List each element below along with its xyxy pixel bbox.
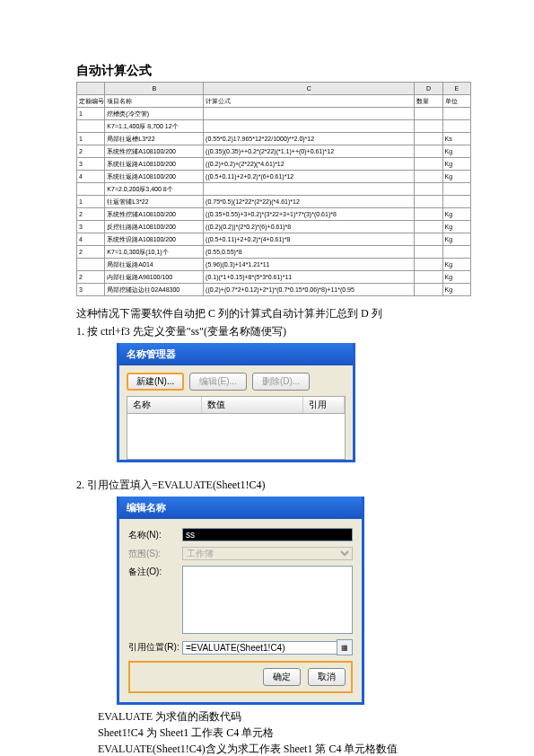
cell [415, 133, 442, 145]
cell: ((0.2)+0.2)+(2*22)(*4.61)*12 [204, 158, 415, 171]
cell: ((0.35)(0.35)++0.2*(2*22)(*1.1)++(0)+0.6… [204, 145, 415, 158]
name-input[interactable] [182, 528, 353, 541]
cell: 2 [77, 246, 105, 259]
column-letters-row: B C D E [77, 83, 471, 95]
col-e: E [442, 83, 470, 95]
cell: Kg [442, 284, 470, 296]
cell [415, 284, 442, 296]
ref-label: 引用位置(R): [128, 641, 182, 654]
cell [415, 108, 442, 120]
cell [442, 120, 470, 133]
comment-label: 备注(O): [128, 566, 182, 578]
table-row: 1往返管辅L3*22(0.75*0.5)(12*22*(2*22)(*4.61)… [77, 196, 471, 208]
cell: K7=1.0,300厚(10,1)个 [105, 246, 204, 259]
table-row: 3系统往返路A108100/200((0.2)+0.2)+(2*22)(*4.6… [77, 158, 471, 171]
cell: (0.75*0.5)(12*22*(2*22)(*4.61)*12 [204, 196, 415, 208]
cell [415, 246, 442, 259]
description: 这种情况下需要软件自动把 C 列的计算式自动计算并汇总到 D 列 [76, 305, 458, 321]
cell: 系统往返路A108100/200 [105, 171, 204, 183]
cancel-button[interactable]: 取消 [308, 668, 346, 686]
cell: Kg [442, 233, 470, 246]
cell: 内部往返路A98100/100 [105, 271, 204, 284]
ref-picker-icon[interactable]: ▦ [337, 639, 353, 655]
header-row: 定额编号 项目名称 计算公式 数量 单位 [77, 95, 471, 108]
table-row: 局部往返路A014(5.96)(0.3)+14*1.21*11Kg [77, 259, 471, 271]
cell [77, 120, 105, 133]
cell: 2 [77, 145, 105, 158]
cell: ((0.2)+(0.7*2+0.12)+2*1)*(0.7*0.15*0.06)… [204, 284, 415, 296]
cell: (5.96)(0.3)+14*1.21*11 [204, 259, 415, 271]
delete-button[interactable]: 删除(D)... [252, 373, 310, 391]
cell: 2 [77, 271, 105, 284]
cell [415, 271, 442, 284]
cell: ((0.35+0.55)+3+0.2)*(3*22+3+1)*7*(3)*(0.… [204, 208, 415, 221]
scope-select: 工作簿 [182, 547, 353, 560]
table-row: 2系统性挖辅A108100/200((0.35)(0.35)++0.2*(2*2… [77, 145, 471, 158]
cell [77, 183, 105, 196]
cell [415, 183, 442, 196]
cell: Kg [442, 259, 470, 271]
comment-textarea[interactable] [182, 566, 353, 634]
cell: (0.55,0.55)*8 [204, 246, 415, 259]
table-row: 4系统性设路A108100/200((0.5+0.11)+2+0.2)*(4+0… [77, 233, 471, 246]
cell: 局部往返路A014 [105, 259, 204, 271]
table-row: 2系统性挖辅A108100/200((0.35+0.55)+3+0.2)*(3*… [77, 208, 471, 221]
col-c: C [204, 83, 415, 95]
cell: 局部往返槽L3*22 [105, 133, 204, 145]
step-1: 1. 按 ctrl+f3 先定义变量"ss"(变量名称随便写) [76, 323, 458, 339]
table-row: 2内部往返路A98100/100(0.1)(*1+0.15)+8*(5*3*0.… [77, 271, 471, 284]
cell: 3 [77, 284, 105, 296]
cell: ((0.5+0.11)+2+0.2)*(4+0.61)*8 [204, 233, 415, 246]
page-title: 自动计算公式 [76, 63, 458, 79]
edit-button[interactable]: 编辑(E)... [189, 373, 247, 391]
cell: 往返管辅L3*22 [105, 196, 204, 208]
step-2: 2. 引用位置填入=EVALUATE(Sheet1!C4) [76, 477, 458, 493]
ref-input[interactable] [182, 641, 337, 655]
cell [415, 145, 442, 158]
cell: 3 [77, 158, 105, 171]
cell: Kg [442, 158, 470, 171]
cell [204, 183, 415, 196]
cell: Ks [442, 133, 470, 145]
spreadsheet-table: B C D E 定额编号 项目名称 计算公式 数量 单位 1挖槽类(冷空管)K7… [76, 82, 471, 296]
cell: (0.55*0.2)17.965*12*22/1000)**2.0)*12 [204, 133, 415, 145]
cell [415, 221, 442, 233]
col-name-header: 名称 [127, 397, 202, 413]
table-row: K7=1.1,400厚 8,700 12个 [77, 120, 471, 133]
button-highlight-box: 确定 取消 [128, 661, 353, 693]
new-button[interactable]: 新建(N)... [127, 373, 184, 391]
cell: 反挖往路路A108100/200 [105, 221, 204, 233]
cell: 系统性挖辅A108100/200 [105, 145, 204, 158]
cell: ((0.5+0.11)+2+0.2)*(6+0.61)*12 [204, 171, 415, 183]
list-body [127, 414, 346, 460]
cell [442, 196, 470, 208]
dialog2-titlebar: 编辑名称 [119, 497, 362, 519]
cell: 4 [77, 171, 105, 183]
hdr-code: 定额编号 [77, 95, 105, 108]
cell [204, 120, 415, 133]
cell [442, 108, 470, 120]
note-3: EVALUATE(Sheet1!C4)含义为求工作表 Sheet1 第 C4 单… [98, 741, 458, 756]
table-row: 2K7=1.0,300厚(10,1)个(0.55,0.55)*8 [77, 246, 471, 259]
cell: 2 [77, 208, 105, 221]
cell: 4 [77, 233, 105, 246]
cell: 系统性挖辅A108100/200 [105, 208, 204, 221]
cell: 1 [77, 196, 105, 208]
cell: ((0.2)(0.2))*(2*0.2)*(6)+0.61)*8 [204, 221, 415, 233]
table-row: 1挖槽类(冷空管) [77, 108, 471, 120]
cell: Kg [442, 221, 470, 233]
cell [415, 208, 442, 221]
cell: 局部挖辅边边往02A48300 [105, 284, 204, 296]
cell: Kg [442, 171, 470, 183]
col-a [77, 83, 105, 95]
ok-button[interactable]: 确定 [263, 668, 301, 686]
cell [415, 171, 442, 183]
hdr-unit: 单位 [442, 95, 470, 108]
col-d: D [415, 83, 442, 95]
note-1: EVALUATE 为求值的函数代码 [98, 708, 458, 725]
cell [415, 120, 442, 133]
hdr-name: 项目名称 [105, 95, 204, 108]
cell [415, 259, 442, 271]
list-header: 名称 数值 引用 [127, 396, 346, 414]
cell: 1 [77, 133, 105, 145]
